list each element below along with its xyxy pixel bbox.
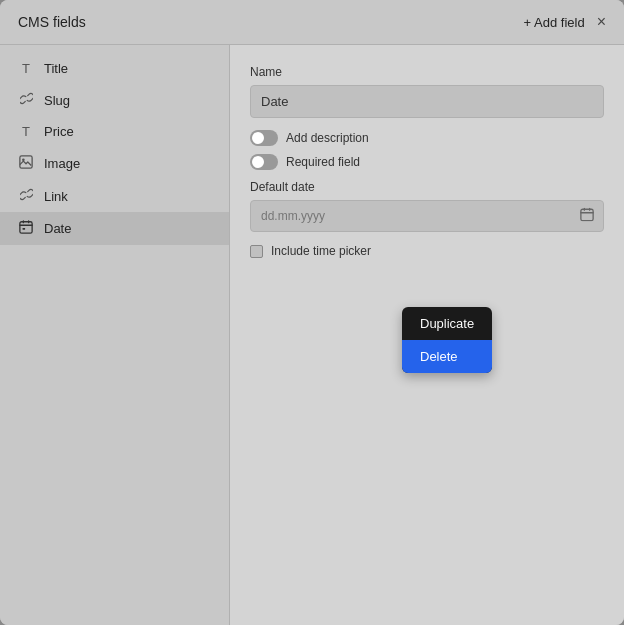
link-icon [18, 188, 34, 204]
add-description-label: Add description [286, 131, 369, 145]
header-actions: + Add field × [524, 14, 606, 30]
modal-title: CMS fields [18, 14, 86, 30]
include-time-label: Include time picker [271, 244, 371, 258]
close-button[interactable]: × [597, 14, 606, 30]
sidebar-item-date[interactable]: Date [0, 212, 229, 245]
svg-rect-4 [581, 209, 593, 220]
title-icon: T [18, 61, 34, 76]
svg-rect-2 [20, 222, 32, 233]
main-content: Name Add description Required field Defa… [230, 45, 624, 625]
sidebar-item-slug[interactable]: Slug [0, 84, 229, 116]
sidebar-item-title[interactable]: T Title [0, 53, 229, 84]
include-time-row: Include time picker [250, 244, 604, 258]
sidebar-item-label-price: Price [44, 124, 74, 139]
required-field-row: Required field [250, 154, 604, 170]
add-description-toggle[interactable] [250, 130, 278, 146]
sidebar-item-price[interactable]: T Price [0, 116, 229, 147]
name-label: Name [250, 65, 604, 79]
required-field-label: Required field [286, 155, 360, 169]
modal-body: T Title Slug T Price [0, 45, 624, 625]
name-input[interactable] [250, 85, 604, 118]
date-icon [18, 220, 34, 237]
date-input[interactable] [250, 200, 604, 232]
add-description-row: Add description [250, 130, 604, 146]
sidebar-item-label-title: Title [44, 61, 68, 76]
delete-menu-item[interactable]: Delete [402, 340, 492, 373]
sidebar-item-label-slug: Slug [44, 93, 70, 108]
sidebar-item-label-link: Link [44, 189, 68, 204]
default-date-label: Default date [250, 180, 604, 194]
cms-fields-modal: CMS fields + Add field × T Title Slug [0, 0, 624, 625]
slug-icon [18, 92, 34, 108]
include-time-checkbox[interactable] [250, 245, 263, 258]
svg-rect-3 [23, 228, 26, 230]
sidebar-item-link[interactable]: Link [0, 180, 229, 212]
required-field-toggle[interactable] [250, 154, 278, 170]
sidebar-item-image[interactable]: Image [0, 147, 229, 180]
price-icon: T [18, 124, 34, 139]
sidebar-item-label-date: Date [44, 221, 71, 236]
add-field-button[interactable]: + Add field [524, 15, 585, 30]
sidebar-item-label-image: Image [44, 156, 80, 171]
date-input-wrapper [250, 200, 604, 232]
duplicate-menu-item[interactable]: Duplicate [402, 307, 492, 340]
modal-header: CMS fields + Add field × [0, 0, 624, 45]
context-menu: Duplicate Delete [402, 307, 492, 373]
image-icon [18, 155, 34, 172]
calendar-icon [580, 208, 594, 225]
sidebar: T Title Slug T Price [0, 45, 230, 625]
